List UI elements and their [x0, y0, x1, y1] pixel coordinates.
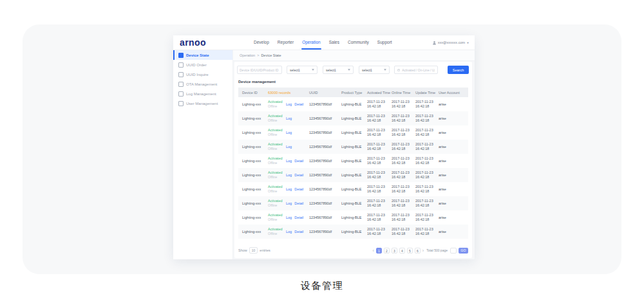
cell-device-id: Lighting-xxx	[238, 230, 268, 234]
goto-page-input[interactable]	[450, 248, 457, 254]
app-window: arnoo DevelopReporterOperationSalesCommu…	[173, 35, 475, 259]
sidebar: Device State UUID Order UUID Inquire OTA…	[173, 50, 233, 259]
status-offline: Offline	[268, 161, 286, 165]
keyword-input[interactable]	[237, 66, 282, 74]
page-number-list: 123456	[376, 248, 421, 254]
page-button-2[interactable]: 2	[384, 248, 390, 254]
cell-uuid: 1234567890df	[309, 102, 341, 106]
cell-online-time: 2017-11-23 16:42:18	[392, 100, 415, 109]
cell-user-account: arise	[439, 131, 468, 134]
detail-link[interactable]: Detail	[294, 102, 303, 106]
cell-status: Activated Offline	[268, 142, 286, 151]
nav-item-community[interactable]: Community	[347, 35, 370, 50]
cell-user-account: arise	[439, 116, 468, 120]
log-link[interactable]: Log	[286, 201, 292, 205]
detail-link[interactable]: Detail	[294, 173, 303, 177]
detail-link[interactable]: Detail	[294, 216, 303, 219]
cell-actions: Log	[286, 145, 309, 149]
cell-online-time: 2017-11-23 16:42:18	[392, 114, 415, 123]
cell-actions: LogDetail	[286, 216, 309, 219]
status-activated: Activated	[268, 114, 286, 118]
nav-item-support[interactable]: Support	[377, 35, 393, 50]
log-link[interactable]: Log	[286, 173, 292, 177]
status-offline: Offline	[268, 133, 286, 136]
cell-update-time: 2017-11-23 16:42:18	[415, 171, 439, 180]
cell-update-time: 2017-11-23 16:42:18	[415, 128, 439, 137]
sidebar-item-ota-management[interactable]: OTA Management	[173, 79, 232, 89]
page: arnoo DevelopReporterOperationSalesCommu…	[0, 0, 644, 296]
cell-actions: LogDetail	[286, 201, 309, 205]
cell-device-id: Lighting-xxx	[238, 187, 268, 191]
cell-status: Activated Offline	[268, 171, 286, 179]
go-button[interactable]: GO	[459, 248, 468, 254]
status-offline: Offline	[268, 217, 286, 221]
col-uuid: UUID	[309, 91, 341, 95]
sidebar-item-device-state[interactable]: Device State	[173, 50, 232, 60]
table-row: Lighting-xxx Activated Offline Log 12345…	[238, 140, 468, 154]
filter-select-2[interactable]: select1	[323, 66, 354, 74]
next-page-button[interactable]: ›	[422, 248, 424, 254]
cell-product-type: Lighting-BLE	[341, 102, 367, 106]
cell-device-id: Lighting-xxx	[238, 173, 268, 177]
prev-page-button[interactable]: ‹	[373, 248, 374, 254]
col-device-id: Device ID	[238, 91, 268, 95]
status-activated: Activated	[268, 128, 286, 133]
cell-user-account: arise	[439, 173, 468, 177]
cell-uuid: 1234567890df	[309, 230, 341, 234]
col-activated-time: Activated Time	[367, 91, 392, 95]
detail-link[interactable]: Detail	[294, 159, 303, 163]
nav-item-reporter[interactable]: Reporter	[277, 35, 294, 50]
log-link[interactable]: Log	[286, 131, 292, 134]
nav-item-develop[interactable]: Develop	[253, 35, 270, 50]
cell-activated-time: 2017-11-23 16:42:18	[367, 171, 392, 180]
table-row: Lighting-xxx Activated Offline LogDetail…	[238, 97, 468, 111]
sidebar-item-user-management[interactable]: User Management	[173, 98, 232, 108]
cell-user-account: arise	[439, 187, 468, 191]
filter-select-1[interactable]: select1	[287, 66, 317, 74]
breadcrumb-operation[interactable]: Operation	[240, 53, 255, 57]
cell-user-account: arise	[439, 102, 468, 106]
page-button-3[interactable]: 3	[392, 248, 397, 254]
log-link[interactable]: Log	[286, 216, 292, 219]
nav-item-operation[interactable]: Operation	[301, 35, 321, 50]
cell-uuid: 1234567890df	[309, 131, 341, 134]
entries-select[interactable]: 10	[249, 247, 258, 254]
cell-product-type: Lighting-BLE	[341, 145, 367, 149]
log-link[interactable]: Log	[286, 159, 292, 163]
log-link[interactable]: Log	[286, 116, 292, 120]
log-link[interactable]: Log	[286, 102, 292, 106]
detail-link[interactable]: Detail	[294, 187, 303, 191]
cell-uuid: 1234567890df	[309, 201, 341, 205]
page-button-5[interactable]: 5	[407, 248, 413, 254]
page-button-1[interactable]: 1	[376, 248, 382, 254]
log-link[interactable]: Log	[286, 145, 292, 149]
page-button-4[interactable]: 4	[399, 248, 405, 254]
sidebar-item-uuid-order[interactable]: UUID Order	[173, 60, 232, 69]
records-count: 63000 records	[268, 91, 309, 95]
chevron-down-icon: ▼	[466, 41, 469, 44]
user-menu[interactable]: xxx@xxxxxx.com ▼	[432, 35, 469, 50]
detail-link[interactable]: Detail	[294, 201, 303, 205]
nav-item-sales[interactable]: Sales	[328, 35, 340, 50]
search-button[interactable]: Search	[448, 66, 469, 74]
sidebar-item-log-management[interactable]: Log Management	[173, 89, 232, 98]
filter-bar: select1 select1 select1	[237, 66, 469, 74]
chevron-down-icon	[348, 69, 350, 71]
table-row: Lighting-xxx Activated Offline LogDetail…	[238, 168, 468, 182]
page-button-6[interactable]: 6	[415, 248, 421, 254]
date-range-input[interactable]: Activated / On-Line / Update time	[394, 66, 438, 74]
sidebar-item-uuid-inquire[interactable]: UUID Inquire	[173, 69, 232, 79]
detail-link[interactable]: Detail	[294, 230, 303, 234]
breadcrumb-device-state: Device State	[261, 53, 281, 57]
cell-activated-time: 2017-11-23 16:42:18	[367, 156, 392, 165]
user-management-icon	[178, 101, 184, 106]
log-link[interactable]: Log	[286, 230, 292, 234]
cell-activated-time: 2017-11-23 16:42:18	[367, 185, 392, 194]
cell-product-type: Lighting-BLE	[341, 159, 367, 163]
cell-actions: LogDetail	[286, 173, 309, 177]
app-header: arnoo DevelopReporterOperationSalesCommu…	[173, 35, 475, 50]
filter-select-3[interactable]: select1	[359, 66, 390, 74]
log-link[interactable]: Log	[286, 187, 292, 191]
cell-status: Activated Offline	[268, 128, 286, 136]
cell-activated-time: 2017-11-23 16:42:18	[367, 128, 392, 137]
